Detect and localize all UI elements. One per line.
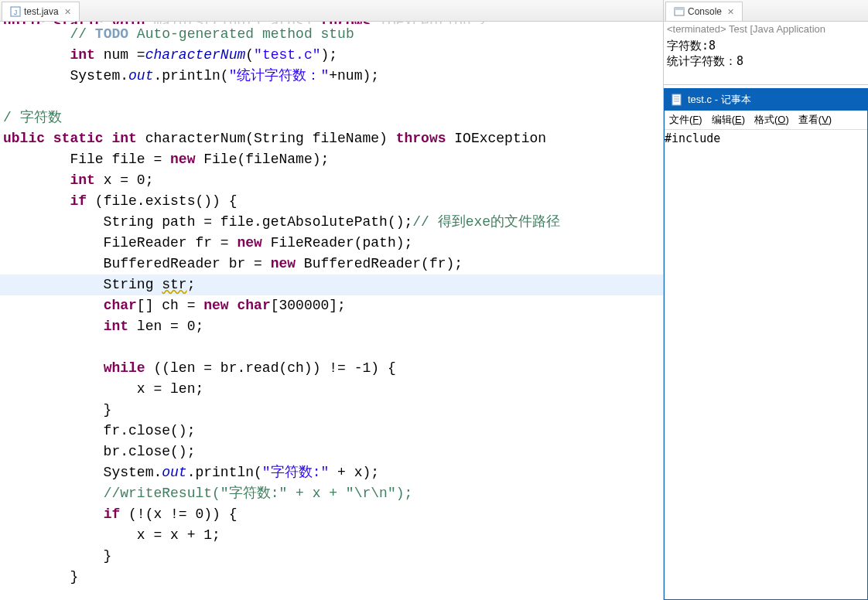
editor-tabs: J test.java ✕: [0, 0, 663, 22]
editor-tab-label: test.java: [24, 6, 59, 17]
console-section: Console ✕ <terminated> Test [Java Applic…: [664, 0, 868, 85]
console-status: <terminated> Test [Java Application: [664, 22, 868, 36]
code-line[interactable]: System.out.println("统计字符数："+num);: [0, 66, 663, 87]
console-tabs: Console ✕: [664, 0, 868, 22]
code-line[interactable]: File file = new File(fileName);: [0, 149, 663, 170]
notepad-titlebar[interactable]: test.c - 记事本: [665, 89, 867, 111]
notepad-title-text: test.c - 记事本: [688, 93, 751, 107]
right-pane: Console ✕ <terminated> Test [Java Applic…: [664, 0, 868, 600]
code-line[interactable]: if (!(x != 0)) {: [0, 504, 663, 525]
svg-rect-4: [672, 94, 681, 105]
code-line[interactable]: fr.close();: [0, 421, 663, 441]
code-line[interactable]: int x = 0;: [0, 170, 663, 191]
code-line[interactable]: }: [0, 400, 663, 421]
console-output[interactable]: 字符数:8统计字符数：8: [664, 36, 868, 84]
code-line[interactable]: br.close();: [0, 441, 663, 462]
close-icon[interactable]: ✕: [64, 7, 71, 17]
code-line[interactable]: System.out.println("字符数:" + x);: [0, 462, 663, 483]
code-line[interactable]: if (file.exists()) {: [0, 191, 663, 212]
code-line[interactable]: [0, 87, 663, 107]
notepad-window: test.c - 记事本 文件(F) 编辑(E) 格式(O) 查看(V) #in…: [664, 88, 868, 600]
svg-text:J: J: [14, 9, 18, 16]
code-line[interactable]: // TODO Auto-generated method stub: [0, 24, 663, 45]
code-line[interactable]: FileReader fr = new FileReader(path);: [0, 233, 663, 254]
close-icon[interactable]: ✕: [727, 7, 734, 17]
code-line[interactable]: char[] ch = new char[300000];: [0, 295, 663, 316]
code-line[interactable]: BufferedReader br = new BufferedReader(f…: [0, 254, 663, 274]
notepad-menu-view[interactable]: 查看(V): [798, 113, 832, 127]
code-line[interactable]: [0, 337, 663, 358]
code-line[interactable]: }: [0, 567, 663, 588]
code-line[interactable]: String str;: [0, 274, 663, 295]
java-file-icon: J: [10, 6, 21, 17]
code-line[interactable]: x = x + 1;: [0, 525, 663, 546]
svg-rect-3: [675, 8, 684, 10]
notepad-menu-format[interactable]: 格式(O): [754, 113, 789, 127]
code-line[interactable]: ublic static int characterNum(String fil…: [0, 128, 663, 149]
notepad-menubar: 文件(F) 编辑(E) 格式(O) 查看(V): [665, 111, 867, 130]
console-tab-label: Console: [688, 6, 722, 17]
code-editor[interactable]: ublic static void main(String[] args) th…: [0, 22, 663, 600]
console-line: 统计字符数：8: [667, 53, 865, 69]
code-line[interactable]: int len = 0;: [0, 316, 663, 337]
console-line: 字符数:8: [667, 38, 865, 53]
code-line[interactable]: while ((len = br.read(ch)) != -1) {: [0, 358, 663, 379]
editor-tab-testjava[interactable]: J test.java ✕: [2, 2, 80, 21]
notepad-menu-file[interactable]: 文件(F): [669, 113, 702, 127]
notepad-icon: [671, 94, 683, 106]
code-line[interactable]: / 字符数: [0, 107, 663, 128]
code-line[interactable]: x = len;: [0, 379, 663, 400]
code-line[interactable]: }: [0, 546, 663, 567]
console-icon: [674, 6, 685, 17]
code-line[interactable]: String path = file.getAbsolutePath();// …: [0, 212, 663, 233]
console-tab[interactable]: Console ✕: [665, 2, 743, 21]
code-line[interactable]: //writeResult("字符数:" + x + "\r\n");: [0, 483, 663, 504]
notepad-content[interactable]: #include: [665, 130, 867, 599]
code-line[interactable]: int num =characterNum("test.c");: [0, 45, 663, 66]
editor-pane: J test.java ✕ ublic static void main(Str…: [0, 0, 664, 600]
notepad-menu-edit[interactable]: 编辑(E): [712, 113, 745, 127]
